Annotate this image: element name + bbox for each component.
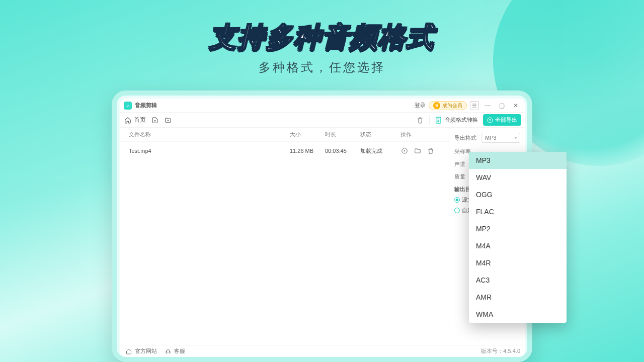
open-folder-icon[interactable] [414, 147, 422, 155]
vip-label: 成为会员 [442, 102, 462, 109]
support-link[interactable]: 客服 [164, 347, 185, 355]
format-option-wav[interactable]: WAV [469, 169, 567, 186]
feature-chip: 音频格式转换 [435, 116, 478, 124]
become-vip-button[interactable]: ♛ 成为会员 [429, 101, 467, 110]
play-icon[interactable] [400, 147, 409, 155]
add-folder-icon[interactable] [164, 116, 172, 124]
format-option-ac3[interactable]: AC3 [469, 272, 567, 289]
version: 版本号：4.5.4.0 [481, 347, 520, 355]
content: 文件名称 大小 时长 状态 操作 Test.mp4 11.26 MB 00:03… [120, 128, 525, 345]
headset-icon [164, 347, 172, 355]
format-option-amr[interactable]: AMR [469, 289, 567, 306]
feature-label: 音频格式转换 [445, 116, 478, 124]
row-delete-icon[interactable] [427, 147, 435, 155]
file-list: 文件名称 大小 时长 状态 操作 Test.mp4 11.26 MB 00:03… [120, 128, 449, 345]
cell-name: Test.mp4 [129, 148, 290, 154]
format-option-mp2[interactable]: MP2 [469, 220, 567, 237]
radio-icon [454, 197, 460, 203]
format-dropdown[interactable]: MP3WAVOGGFLACMP2M4AM4RAC3AMRWMA [469, 152, 567, 323]
delete-button[interactable] [416, 116, 424, 124]
toolbar: 首页 音频格式转换 全部导出 [120, 113, 525, 128]
col-name: 文件名称 [129, 131, 290, 138]
export-format-select[interactable]: MP3 ▾ [481, 133, 520, 143]
radio-icon [454, 208, 460, 213]
format-option-m4r[interactable]: M4R [469, 254, 567, 272]
export-all-label: 全部导出 [495, 116, 517, 124]
app-logo-icon [124, 102, 132, 110]
add-file-icon[interactable] [151, 116, 159, 124]
export-all-button[interactable]: 全部导出 [483, 114, 521, 126]
hero-title: 支持多种音频格式 [0, 19, 644, 56]
window-maximize-button[interactable]: ▢ [496, 102, 507, 109]
col-status: 状态 [360, 131, 400, 138]
login-link[interactable]: 登录 [415, 102, 426, 109]
titlebar: 音频剪辑 登录 ♛ 成为会员 — ▢ ✕ [120, 99, 525, 113]
format-option-m4a[interactable]: M4A [469, 237, 567, 254]
menu-list-button[interactable] [470, 101, 479, 110]
format-option-ogg[interactable]: OGG [469, 186, 567, 203]
cell-status: 加载完成 [360, 147, 400, 155]
export-format-value: MP3 [485, 135, 497, 141]
app-window: 音频剪辑 登录 ♛ 成为会员 — ▢ ✕ 首页 [120, 99, 525, 357]
crown-icon: ♛ [433, 102, 440, 109]
format-option-mp3[interactable]: MP3 [469, 152, 567, 169]
home-icon [124, 116, 132, 124]
cell-duration: 00:03:45 [325, 148, 360, 154]
window-minimize-button[interactable]: — [482, 102, 493, 109]
chevron-down-icon: ▾ [515, 136, 517, 140]
col-duration: 时长 [325, 131, 360, 138]
table-row[interactable]: Test.mp4 11.26 MB 00:03:45 加载完成 [120, 142, 449, 160]
convert-icon [435, 116, 443, 124]
col-ops: 操作 [400, 131, 440, 138]
table-header: 文件名称 大小 时长 状态 操作 [120, 128, 449, 142]
hero-subtitle: 多种格式，任您选择 [0, 59, 644, 75]
home-tab[interactable]: 首页 [124, 116, 146, 124]
app-name: 音频剪辑 [135, 102, 157, 109]
cell-size: 11.26 MB [290, 148, 325, 154]
statusbar: 官方网站 客服 版本号：4.5.4.0 [120, 345, 525, 357]
home-icon [125, 347, 133, 355]
format-option-flac[interactable]: FLAC [469, 203, 567, 220]
support-label: 客服 [174, 347, 185, 355]
official-label: 官方网站 [135, 347, 157, 355]
window-close-button[interactable]: ✕ [510, 102, 521, 109]
cell-ops [400, 147, 440, 155]
home-label: 首页 [134, 116, 146, 124]
format-option-wma[interactable]: WMA [469, 306, 567, 323]
export-format-label: 导出格式 [454, 134, 478, 142]
official-site-link[interactable]: 官方网站 [125, 347, 157, 355]
col-size: 大小 [290, 131, 325, 138]
